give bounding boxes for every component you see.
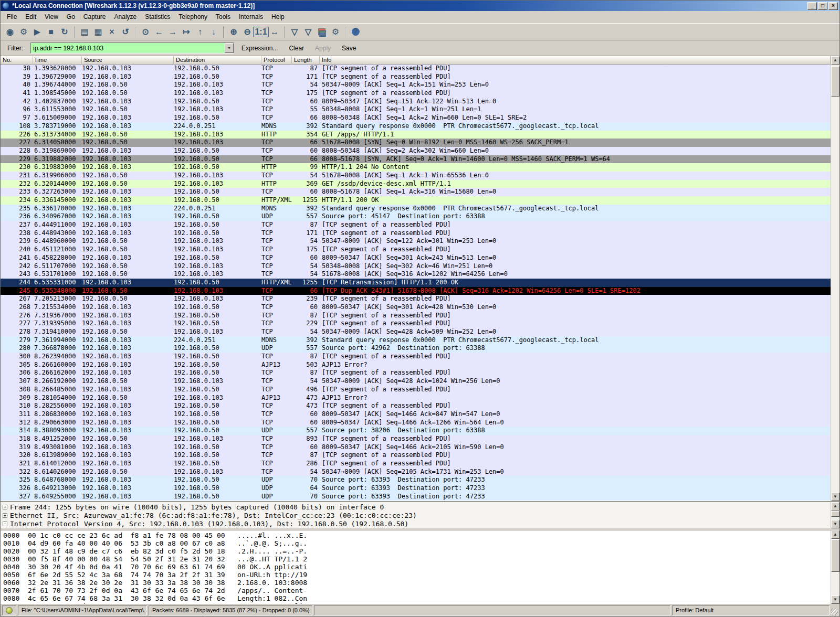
packet-row[interactable]: 2336.327263000192.168.0.103192.168.0.50T… (1, 188, 831, 196)
expert-info-panel[interactable] (2, 605, 16, 615)
menu-help[interactable]: Help (267, 12, 289, 23)
packet-list-scrollbar[interactable]: ▲ ▼ (831, 56, 839, 501)
menu-telephony[interactable]: Telephony (174, 12, 212, 23)
maximize-button[interactable]: □ (818, 2, 827, 10)
packet-row[interactable]: 3218.614012000192.168.0.103192.168.0.50T… (1, 460, 831, 468)
packet-row[interactable]: 2376.444911000192.168.0.103192.168.0.50T… (1, 221, 831, 229)
packet-row[interactable]: 2406.451121000192.168.0.50192.168.0.103T… (1, 246, 831, 254)
packet-row[interactable]: 411.398545000192.168.0.50192.168.0.103TC… (1, 89, 831, 98)
packet-row[interactable]: 963.611553000192.168.0.50192.168.0.103TC… (1, 105, 831, 114)
packet-row[interactable]: 2436.531701000192.168.0.50192.168.0.103T… (1, 270, 831, 279)
expression-button[interactable]: Expression... (238, 44, 281, 53)
packet-row[interactable]: 2296.319882000192.168.0.103192.168.0.50T… (1, 155, 831, 164)
packet-row[interactable]: 973.615009000192.168.0.103192.168.0.50TC… (1, 114, 831, 122)
packet-row[interactable]: 2396.448960000192.168.0.50192.168.0.103T… (1, 237, 831, 246)
filter-input[interactable] (31, 43, 225, 53)
packet-row[interactable]: 2416.458228000192.168.0.103192.168.0.50T… (1, 254, 831, 262)
packet-row[interactable]: 3058.266160000192.168.0.103192.168.0.50A… (1, 361, 831, 369)
go-to-packet-button[interactable]: ↦ (180, 25, 193, 39)
interfaces-button[interactable]: ◉ (3, 25, 17, 39)
packet-row[interactable]: 3258.648768000192.168.0.103192.168.0.50U… (1, 476, 831, 484)
packet-row[interactable]: 3268.649213000192.168.0.103192.168.0.50U… (1, 484, 831, 493)
save-filter-button[interactable]: Save (338, 44, 360, 53)
close-button[interactable]: × (828, 2, 838, 10)
packet-row[interactable]: 3008.262394000192.168.0.103192.168.0.50T… (1, 353, 831, 361)
resize-grip[interactable] (831, 609, 838, 615)
go-to-top-button[interactable]: ↑ (193, 25, 207, 39)
resize-columns-button[interactable]: ↔ (268, 25, 281, 39)
packet-row[interactable]: 2787.319410000192.168.0.50192.168.0.103T… (1, 328, 831, 336)
packet-row[interactable]: 2366.340967000192.168.0.103192.168.0.50U… (1, 212, 831, 221)
find-packet-button[interactable]: ⊙ (139, 25, 152, 39)
packet-row[interactable]: 381.393628000192.168.0.103192.168.0.50TC… (1, 65, 831, 73)
packet-row[interactable]: 3208.613989000192.168.0.103192.168.0.50T… (1, 451, 831, 460)
menu-capture[interactable]: Capture (79, 12, 110, 23)
go-forward-button[interactable]: → (166, 25, 180, 39)
packet-row[interactable]: 2687.215534000192.168.0.103192.168.0.50T… (1, 303, 831, 312)
packet-row[interactable]: 2266.313734000192.168.0.50192.168.0.103H… (1, 131, 831, 139)
preferences-button[interactable]: ⚙ (329, 25, 342, 39)
menu-tools[interactable]: Tools (212, 12, 235, 23)
menu-file[interactable]: File (3, 12, 21, 23)
packet-row[interactable]: 1083.783719000192.168.0.103224.0.0.251MD… (1, 122, 831, 131)
expand-icon[interactable]: + (3, 505, 7, 509)
zoom-in-button[interactable]: ⊕ (227, 25, 240, 39)
profile-status[interactable]: Profile: Default (672, 605, 830, 615)
packet-row[interactable]: 3078.266192000192.168.0.50192.168.0.103T… (1, 377, 831, 386)
go-back-button[interactable]: ← (152, 25, 166, 39)
wireshark-icon[interactable] (2, 2, 9, 9)
menu-edit[interactable]: Edit (21, 12, 40, 23)
scroll-down-button[interactable]: ▼ (831, 493, 839, 501)
minimize-button[interactable]: _ (807, 2, 817, 10)
apply-filter-button[interactable]: Apply (311, 44, 334, 53)
filter-dropdown-button[interactable]: ▼ (225, 43, 234, 53)
details-scrollbar[interactable]: ▲ ▼ (831, 502, 839, 528)
packet-row[interactable]: 2286.319869000192.168.0.103192.168.0.50T… (1, 147, 831, 155)
packet-row[interactable]: 2356.336170000192.168.0.103224.0.0.251MD… (1, 205, 831, 213)
column-header-no[interactable]: No. (1, 56, 33, 65)
packet-row[interactable]: 2426.511707000192.168.0.50192.168.0.103T… (1, 262, 831, 271)
menu-internals[interactable]: Internals (235, 12, 267, 23)
packet-row[interactable]: 2316.319906000192.168.0.50192.168.0.103T… (1, 172, 831, 180)
packet-row[interactable]: 3068.266162000192.168.0.103192.168.0.50T… (1, 369, 831, 377)
scroll-down-button[interactable]: ▼ (831, 520, 839, 528)
scroll-thumb[interactable] (831, 539, 839, 572)
help-button[interactable]: ? (349, 25, 362, 39)
packet-row[interactable]: 3108.282556000192.168.0.103192.168.0.50T… (1, 402, 831, 410)
close-file-button[interactable]: × (105, 25, 119, 39)
zoom-100-button[interactable]: 1:1 (254, 25, 268, 39)
menu-go[interactable]: Go (62, 12, 79, 23)
capture-options-button[interactable]: ⚙ (17, 25, 30, 39)
packet-row[interactable]: 2456.535348000192.168.0.50192.168.0.103T… (1, 287, 831, 295)
detail-line[interactable]: -Internet Protocol Version 4, Src: 192.1… (1, 519, 831, 528)
detail-line[interactable]: +Ethernet II, Src: Azurewav_a1:fe:78 (6c… (1, 511, 831, 519)
detail-line[interactable]: +Frame 244: 1255 bytes on wire (10040 bi… (1, 503, 831, 511)
packet-row[interactable]: 2777.319395000192.168.0.103192.168.0.50T… (1, 320, 831, 328)
open-file-button[interactable]: ▤ (78, 25, 91, 39)
column-header-source[interactable]: Source (82, 56, 174, 65)
filter-label-button[interactable]: Filter: (4, 44, 27, 53)
menu-view[interactable]: View (40, 12, 62, 23)
packet-row[interactable]: 3278.649255000192.168.0.103192.168.0.50U… (1, 493, 831, 501)
packet-row[interactable]: 3198.493081000192.168.0.103192.168.0.50T… (1, 443, 831, 452)
menu-analyze[interactable]: Analyze (110, 12, 141, 23)
packet-row[interactable]: 401.396744000192.168.0.50192.168.0.103TC… (1, 81, 831, 89)
expert-info-icon[interactable] (6, 607, 13, 614)
scroll-track[interactable] (831, 510, 839, 520)
packet-row[interactable]: 2326.320144000192.168.0.50192.168.0.103H… (1, 180, 831, 188)
packet-row[interactable]: 2797.361994000192.168.0.103224.0.0.251MD… (1, 336, 831, 345)
display-filter-button[interactable]: ▽ (301, 25, 315, 39)
packet-row[interactable]: 2386.448943000192.168.0.103192.168.0.50T… (1, 229, 831, 238)
packet-row[interactable]: 2677.205213000192.168.0.50192.168.0.103T… (1, 295, 831, 303)
packet-row[interactable]: 3128.290663000192.168.0.103192.168.0.50T… (1, 419, 831, 427)
go-to-bottom-button[interactable]: ↓ (207, 25, 220, 39)
packet-row[interactable]: 2807.366878000192.168.0.103192.168.0.50U… (1, 344, 831, 353)
scroll-up-button[interactable]: ▲ (831, 56, 839, 65)
menu-statistics[interactable]: Statistics (141, 12, 174, 23)
column-header-length[interactable]: Length (292, 56, 320, 65)
scroll-track[interactable] (831, 539, 839, 595)
packet-row[interactable]: 3188.491252000192.168.0.50192.168.0.103T… (1, 435, 831, 443)
column-header-protocol[interactable]: Protocol (261, 56, 292, 65)
scroll-down-button[interactable]: ▼ (831, 595, 839, 604)
packet-row[interactable]: 3088.266485000192.168.0.103192.168.0.50T… (1, 386, 831, 394)
